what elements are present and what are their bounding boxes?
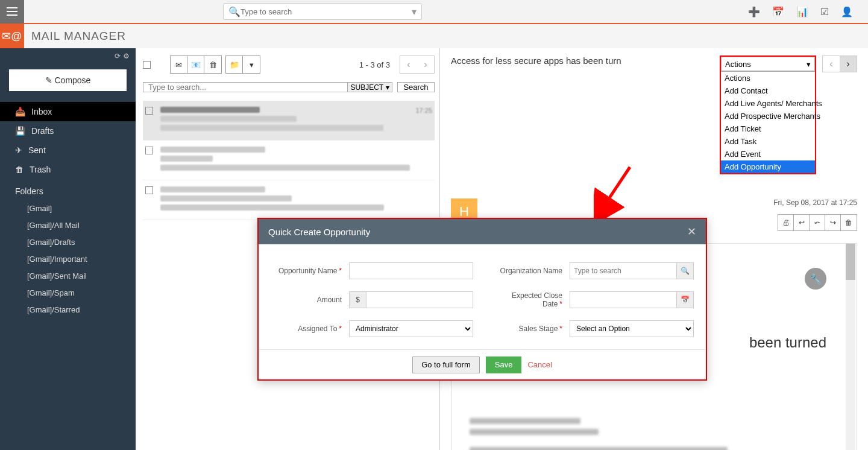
cancel-link[interactable]: Cancel [527, 360, 552, 369]
sidebar-item-sent[interactable]: ✈ Sent [0, 141, 136, 160]
opportunity-name-input[interactable] [349, 262, 473, 279]
actions-option[interactable]: Add Contact [721, 84, 815, 97]
reply-icon[interactable]: ↩ [794, 215, 810, 230]
folder-item[interactable]: [Gmail]/Important [0, 250, 136, 267]
delete-mail-icon[interactable]: 🗑 [204, 56, 221, 73]
print-icon[interactable]: 🖨 [778, 215, 794, 230]
forward-icon[interactable]: ↪ [825, 215, 841, 230]
actions-option[interactable]: Add Prospective Merchants [721, 110, 815, 122]
mail-date [430, 147, 432, 174]
folder-item[interactable]: [Gmail]/Spam [0, 284, 136, 301]
list-search-input[interactable] [143, 83, 347, 92]
module-title: MAIL MANAGER [31, 30, 126, 43]
actions-option[interactable]: Actions [721, 72, 815, 84]
field-expected-close-date: Expected Close Date* 📅 [491, 291, 694, 308]
next-page-button[interactable]: › [417, 56, 434, 73]
field-organization-name: Organization Name 🔍 [491, 262, 694, 279]
folder-item[interactable]: [Gmail] [0, 200, 136, 217]
body-text: been turned [749, 334, 826, 351]
folder-item[interactable]: [Gmail]/All Mail [0, 217, 136, 233]
modal-body: Opportunity Name* Amount $ Assigned To* … [259, 244, 706, 349]
hamburger-icon [7, 7, 17, 16]
drafts-icon: 💾 [15, 126, 25, 136]
modal-header: Quick Create Opportunity ✕ [259, 219, 706, 244]
mail-checkbox[interactable] [145, 186, 153, 194]
field-sales-stage: Sales Stage* Select an Option [491, 320, 694, 337]
user-icon[interactable]: 👤 [841, 6, 853, 17]
sidebar-tools: ⟳ ⚙ [115, 52, 130, 60]
mail-date: Fri, Sep 08, 2017 at 17:25 [773, 198, 857, 207]
move-dropdown-icon[interactable]: ▾ [243, 56, 260, 73]
mark-read-icon[interactable]: ✉ [171, 56, 187, 73]
chevron-down-icon[interactable]: ▾ [412, 6, 417, 17]
mail-actions-group: ✉ 📧 🗑 [170, 55, 222, 74]
delete-icon[interactable]: 🗑 [841, 215, 857, 230]
sidebar-item-label: Sent [28, 145, 46, 155]
sidebar-item-drafts[interactable]: 💾 Drafts [0, 121, 136, 141]
logo [24, 0, 84, 24]
scrollbar[interactable] [846, 244, 855, 450]
list-search-row: SUBJECT ▾ Search [143, 82, 435, 92]
field-label: Sales Stage* [491, 325, 570, 333]
close-date-input[interactable] [570, 291, 677, 308]
calendar-icon[interactable]: 📅 [677, 291, 694, 308]
move-folder-icon[interactable]: 📁 [226, 56, 243, 73]
tasks-icon[interactable]: ☑ [820, 6, 829, 17]
actions-option[interactable]: Add Task [721, 135, 815, 148]
mark-unread-icon[interactable]: 📧 [187, 56, 204, 73]
modal-col-right: Organization Name 🔍 Expected Close Date*… [491, 262, 694, 337]
reports-icon[interactable]: 📊 [796, 6, 808, 17]
detail-next-button[interactable]: › [840, 56, 857, 72]
sidebar-item-inbox[interactable]: 📥 Inbox [0, 102, 136, 121]
save-button[interactable]: Save [486, 357, 522, 373]
reply-all-icon[interactable]: ⤺ [810, 215, 825, 230]
go-to-full-form-button[interactable]: Go to full form [412, 357, 480, 373]
calendar-icon[interactable]: 📅 [772, 6, 784, 17]
sidebar-item-trash[interactable]: 🗑 Trash [0, 160, 136, 179]
folder-item[interactable]: [Gmail]/Sent Mail [0, 267, 136, 284]
folder-item[interactable]: [Gmail]/Drafts [0, 233, 136, 250]
gear-icon[interactable]: ⚙ [123, 52, 130, 60]
list-search[interactable]: SUBJECT ▾ [143, 82, 392, 92]
trash-icon: 🗑 [15, 165, 24, 174]
mail-checkbox[interactable] [145, 107, 153, 115]
actions-option-add-opportunity[interactable]: Add Opportunity [721, 160, 815, 173]
global-search-input[interactable] [241, 7, 412, 16]
search-icon[interactable]: 🔍 [677, 262, 694, 279]
compose-button[interactable]: ✎ Compose [9, 69, 127, 91]
menu-toggle[interactable] [0, 0, 24, 24]
mail-row[interactable] [143, 141, 435, 180]
detail-prev-button[interactable]: ‹ [823, 56, 840, 72]
folder-item[interactable]: [Gmail]/Starred [0, 301, 136, 318]
compose-label: Compose [54, 75, 90, 85]
search-field-select[interactable]: SUBJECT ▾ [347, 83, 392, 92]
mail-row[interactable]: 17:25 [143, 101, 435, 141]
modal-footer: Go to full form Save Cancel [259, 349, 706, 379]
folders-title: Folders [0, 179, 136, 200]
sales-stage-select[interactable]: Select an Option [570, 320, 694, 337]
currency-addon: $ [349, 291, 366, 308]
actions-option[interactable]: Add Event [721, 148, 815, 160]
prev-page-button[interactable]: ‹ [400, 56, 417, 73]
close-icon[interactable]: ✕ [687, 225, 696, 238]
search-button[interactable]: Search [397, 82, 435, 92]
actions-option[interactable]: Add Live Agents/ Merchants [721, 97, 815, 110]
actions-option[interactable]: Add Ticket [721, 122, 815, 135]
add-icon[interactable]: ➕ [748, 6, 760, 17]
inbox-icon: 📥 [15, 107, 25, 116]
mail-row[interactable] [143, 180, 435, 220]
global-search[interactable]: 🔍 ▾ [223, 3, 422, 20]
field-assigned-to: Assigned To* Administrator [271, 320, 473, 337]
mail-checkbox[interactable] [145, 147, 153, 154]
refresh-icon[interactable]: ⟳ [115, 52, 121, 60]
gear-icon: 🔧 [805, 268, 826, 290]
amount-input[interactable] [366, 291, 473, 308]
topbar: 🔍 ▾ ➕ 📅 📊 ☑ 👤 [0, 0, 868, 24]
top-icons: ➕ 📅 📊 ☑ 👤 [748, 6, 868, 17]
sidebar-item-label: Drafts [31, 126, 54, 136]
actions-select[interactable]: Actions ▾ [721, 57, 815, 71]
assigned-to-select[interactable]: Administrator [349, 320, 473, 337]
organization-input[interactable] [570, 262, 677, 279]
select-all-checkbox[interactable] [143, 61, 151, 69]
field-label: Opportunity Name* [271, 267, 349, 275]
